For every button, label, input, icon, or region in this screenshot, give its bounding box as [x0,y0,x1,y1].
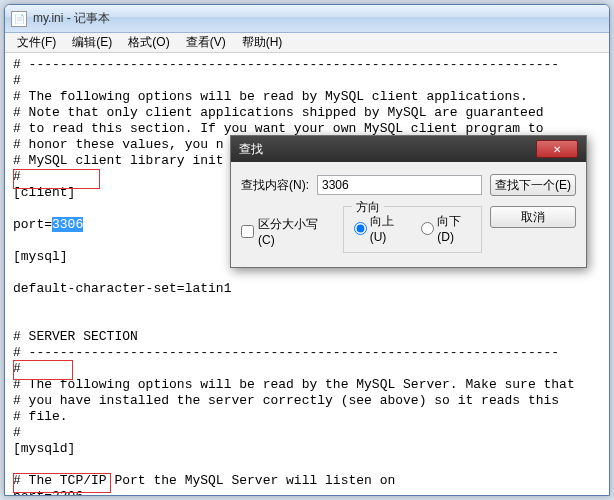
menu-view[interactable]: 查看(V) [178,34,234,51]
line: # Note that only client applications shi… [13,105,544,120]
line: port=3306 [13,489,83,495]
content-area: # --------------------------------------… [5,53,609,495]
line: # SERVER SECTION [13,329,138,344]
line: default-character-set=latin1 [13,281,231,296]
menu-file[interactable]: 文件(F) [9,34,64,51]
find-dialog: 查找 ✕ 查找内容(N): 查找下一个(E) 区分大小写(C) 方向 向上(U) [230,135,587,268]
line: # [13,425,21,440]
find-label: 查找内容(N): [241,177,317,194]
menubar: 文件(F) 编辑(E) 格式(O) 查看(V) 帮助(H) [5,33,609,53]
cancel-button[interactable]: 取消 [490,206,576,228]
line: # [13,73,21,88]
radio-down-label: 向下(D) [437,213,471,244]
line: [mysql] [13,249,68,264]
radio-up[interactable] [354,222,367,235]
find-title: 查找 [239,141,536,158]
find-titlebar[interactable]: 查找 ✕ [231,136,586,162]
line: # file. [13,409,68,424]
line-port-prefix: port= [13,217,52,232]
line: # MySQL client library init [13,153,224,168]
line: # honor these values, you n [13,137,224,152]
menu-edit[interactable]: 编辑(E) [64,34,120,51]
app-icon: 📄 [11,11,27,27]
find-input[interactable] [317,175,482,195]
line: # --------------------------------------… [13,345,559,360]
selected-text: 3306 [52,217,83,232]
window-title: my.ini - 记事本 [33,10,603,27]
direction-group: 方向 向上(U) 向下(D) [343,206,482,253]
find-next-button[interactable]: 查找下一个(E) [490,174,576,196]
line: # to read this section. If you want your… [13,121,544,136]
radio-up-label: 向上(U) [370,213,404,244]
line: # [13,361,21,376]
menu-help[interactable]: 帮助(H) [234,34,291,51]
radio-down[interactable] [421,222,434,235]
match-case-checkbox[interactable]: 区分大小写(C) [241,216,325,247]
line: # The following options will be read by … [13,377,575,392]
menu-format[interactable]: 格式(O) [120,34,177,51]
text-editor[interactable]: # --------------------------------------… [5,53,609,495]
close-icon: ✕ [553,144,561,155]
direction-up[interactable]: 向上(U) [354,213,404,244]
match-case-label: 区分大小写(C) [258,216,325,247]
line: # The TCP/IP Port the MySQL Server will … [13,473,395,488]
titlebar[interactable]: 📄 my.ini - 记事本 [5,5,609,33]
line: # The following options will be read by … [13,89,528,104]
close-button[interactable]: ✕ [536,140,578,158]
match-case-input[interactable] [241,225,254,238]
line: [client] [13,185,75,200]
line: [mysqld] [13,441,75,456]
line: # --------------------------------------… [13,57,559,72]
find-body: 查找内容(N): 查找下一个(E) 区分大小写(C) 方向 向上(U) 向下(D… [231,162,586,267]
line: # [13,169,21,184]
line: # you have installed the server correctl… [13,393,559,408]
direction-legend: 方向 [352,199,384,216]
direction-down[interactable]: 向下(D) [421,213,471,244]
